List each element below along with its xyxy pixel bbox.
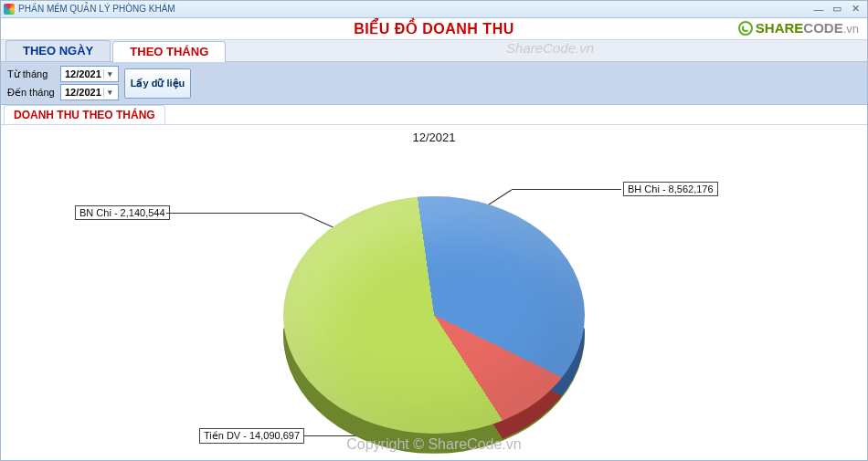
close-button[interactable]: ✕ (846, 3, 864, 15)
page-title: BIỂU ĐỒ DOANH THU (354, 20, 514, 37)
tab-theo-ngay[interactable]: THEO NGÀY (5, 40, 111, 61)
sub-tabs: DOANH THU THEO THÁNG (0, 105, 868, 125)
window-title: PHẦN MỀM QUẢN LÝ PHÒNG KHÁM (18, 4, 175, 14)
window-titlebar: PHẦN MỀM QUẢN LÝ PHÒNG KHÁM — ▭ ✕ (0, 0, 868, 18)
from-month-select[interactable]: 12/2021 ▾ (60, 66, 119, 82)
leader-line (512, 189, 621, 190)
chart-area: 12/2021 BH Chi - 8,562,176 BN Chi - 2,14… (0, 125, 868, 461)
header: BIỂU ĐỒ DOANH THU SHARECODE.vn (0, 18, 868, 40)
chevron-down-icon: ▾ (103, 69, 116, 79)
app-icon (4, 4, 15, 15)
pie-chart (283, 196, 585, 434)
chevron-down-icon: ▾ (103, 88, 116, 97)
maximize-button[interactable]: ▭ (828, 3, 846, 15)
pie-label-bh-chi: BH Chi - 8,562,176 (623, 182, 718, 196)
from-month-label: Từ tháng (7, 68, 57, 80)
chart-title: 12/2021 (0, 131, 868, 144)
recycle-icon (738, 21, 753, 36)
minimize-button[interactable]: — (810, 4, 828, 15)
leader-line (166, 213, 302, 214)
tab-theo-thang[interactable]: THEO THÁNG (112, 41, 226, 62)
pie-label-bn-chi: BN Chi - 2,140,544 (75, 205, 170, 220)
filter-bar: Từ tháng 12/2021 ▾ Đến tháng 12/2021 ▾ L… (0, 62, 868, 105)
brand-logo: SHARECODE.vn (738, 20, 859, 36)
fetch-button[interactable]: Lấy dữ liệu (124, 68, 192, 99)
to-month-label: Đến tháng (7, 87, 57, 99)
sub-tab-doanh-thu[interactable]: DOANH THU THEO THÁNG (4, 105, 165, 124)
to-month-select[interactable]: 12/2021 ▾ (60, 84, 119, 100)
main-tabs: THEO NGÀY THEO THÁNG (0, 40, 868, 62)
